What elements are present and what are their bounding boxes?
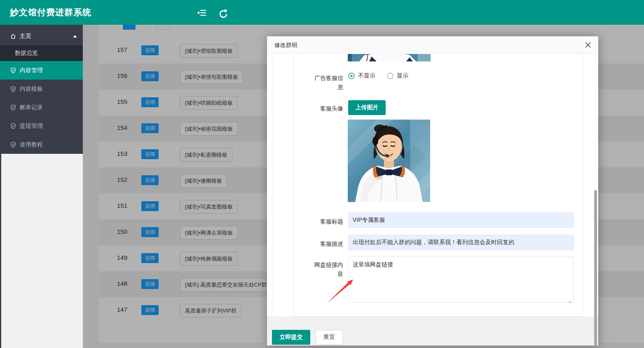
- shield-check-icon: [10, 104, 16, 111]
- edit-group-modal: 修改群组 广告客服信息: [267, 36, 598, 346]
- modal-body: 广告客服信息 不显示 显示 客服头像 上传图片: [267, 54, 598, 346]
- sidebar-item-home[interactable]: 主页: [0, 27, 83, 45]
- sidebar-item-label: 主页: [20, 33, 31, 40]
- ad-service-radio-group: 不显示 显示: [348, 72, 416, 80]
- modal-scrollbar-thumb[interactable]: [594, 190, 597, 346]
- radio-hide[interactable]: 不显示: [348, 72, 375, 80]
- sidebar-item-bill-records[interactable]: 帐单记录: [0, 98, 83, 117]
- sidebar-item-label: 内容管理: [20, 67, 43, 74]
- shield-check-icon: [10, 67, 16, 74]
- customer-service-photo: [348, 120, 430, 202]
- shield-icon: [10, 67, 16, 74]
- shield-icon: [10, 86, 16, 92]
- shield-icon: [10, 104, 16, 111]
- shield-icon: [10, 123, 16, 129]
- shield-check-icon: [10, 141, 16, 148]
- app-header: 妙文馆付费进群系统: [0, 0, 644, 25]
- field-label-avatar: 客服头像: [310, 104, 343, 113]
- sidebar-item-withdraw-manage[interactable]: 提现管理: [0, 117, 83, 135]
- modal-footer: 立即提交 重置: [267, 317, 598, 346]
- sidebar-item-label: 提现管理: [20, 122, 43, 130]
- submit-button[interactable]: 立即提交: [272, 330, 310, 345]
- radio-circle-icon: [348, 73, 355, 79]
- sidebar-lower-panel: [0, 154, 83, 348]
- collapse-menu-icon[interactable]: [197, 9, 207, 16]
- shield-icon: [10, 141, 16, 148]
- app-title: 妙文馆付费进群系统: [10, 0, 91, 25]
- modal-header: 修改群组: [267, 36, 598, 54]
- shield-check-icon: [10, 86, 16, 92]
- app-root: 妙文馆付费进群系统 主页 数据总览 内容管理 内容模板 帐单记录 提现管理: [0, 0, 644, 348]
- close-icon[interactable]: [584, 41, 592, 49]
- sidebar-item-label: 内容模板: [20, 85, 43, 93]
- service-title-input[interactable]: [348, 212, 574, 228]
- cropped-photo-strip: [348, 54, 431, 61]
- home-icon: [10, 33, 16, 40]
- field-label-netdisk: 网盘链接内容: [310, 260, 343, 278]
- field-label-desc: 客服描述: [310, 239, 343, 248]
- divider: [272, 54, 272, 317]
- sidebar: 主页 数据总览 内容管理 内容模板 帐单记录 提现管理 使用教程: [0, 25, 83, 348]
- sidebar-item-label: 帐单记录: [20, 104, 43, 111]
- modal-title: 修改群组: [274, 36, 297, 54]
- sidebar-item-usage-tutorial[interactable]: 使用教程: [0, 135, 83, 154]
- upload-image-button[interactable]: 上传图片: [348, 100, 386, 115]
- radio-circle-icon: [387, 73, 393, 79]
- netdisk-link-textarea[interactable]: 这里填网盘链接: [348, 256, 574, 303]
- home-icon: [10, 33, 16, 40]
- sidebar-item-label: 数据总览: [15, 49, 38, 57]
- shield-check-icon: [10, 123, 16, 129]
- sidebar-item-content-template[interactable]: 内容模板: [0, 80, 83, 98]
- radio-show[interactable]: 显示: [387, 72, 408, 80]
- refresh-icon[interactable]: [218, 9, 228, 16]
- sidebar-menu: 主页 数据总览 内容管理 内容模板 帐单记录 提现管理 使用教程: [0, 25, 83, 154]
- sidebar-item-label: 使用教程: [20, 141, 43, 148]
- reset-button[interactable]: 重置: [316, 330, 343, 345]
- caret-up-icon: [73, 35, 77, 38]
- sidebar-item-data-overview[interactable]: 数据总览: [0, 45, 83, 61]
- field-label-title: 客服标题: [310, 217, 343, 226]
- field-label-ad-service: 广告客服信息: [310, 73, 343, 92]
- sidebar-item-content-manage[interactable]: 内容管理: [0, 61, 83, 80]
- service-desc-input[interactable]: [348, 235, 574, 250]
